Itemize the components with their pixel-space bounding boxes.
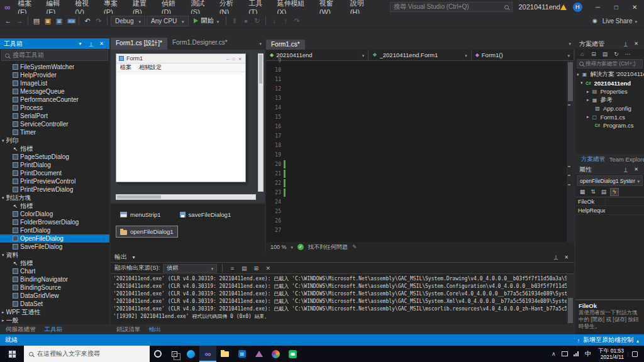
zoom-level[interactable]: 100 % — [270, 244, 287, 250]
chevron-down-icon[interactable] — [256, 41, 265, 47]
save-icon[interactable] — [54, 16, 64, 26]
home-icon[interactable]: ⌂ — [578, 51, 587, 57]
toolbox-item[interactable]: PrintPreviewControl — [0, 177, 109, 185]
display-icon[interactable] — [559, 351, 570, 356]
scrollbar-thumb[interactable] — [568, 62, 573, 101]
line-icon[interactable] — [284, 346, 301, 362]
redo-icon[interactable] — [94, 16, 104, 26]
maximize-button[interactable]: □ — [607, 0, 625, 14]
alphabetical-icon[interactable]: ⇅ — [589, 188, 597, 196]
toolbox-item[interactable]: ▾ 列印 — [0, 136, 109, 145]
output-source-dropdown[interactable]: 偵錯 — [163, 264, 217, 273]
tool-window-tab[interactable]: 伺服器總管 — [2, 325, 40, 334]
toolbox-item[interactable]: Process — [0, 104, 109, 112]
output-log[interactable]: '20210411end.exe' (CLR v4.0.30319: 20210… — [111, 274, 567, 324]
toolbox-item[interactable]: ▾ 資料 — [0, 251, 109, 259]
toolbox-item[interactable]: 指標 — [0, 202, 109, 210]
task-view-button[interactable] — [166, 346, 182, 362]
photos-icon[interactable] — [267, 346, 284, 362]
menu-item[interactable]: 分析(N) — [216, 0, 245, 16]
toolbox-item[interactable]: ServiceController — [0, 120, 109, 128]
close-icon[interactable] — [562, 255, 570, 260]
toolbox-item[interactable]: PrintDialog — [0, 161, 109, 169]
toolbox-item[interactable]: FileSystemWatcher — [0, 63, 109, 71]
collapse-all-icon[interactable]: ⊟ — [589, 51, 598, 57]
toolbox-item[interactable]: FolderBrowserDialog — [0, 218, 109, 226]
toolbox-item[interactable]: PrintPreviewDialog — [0, 185, 109, 194]
source-control-button[interactable]: 新增至原始檔控制 — [577, 336, 639, 344]
toolbox-item[interactable]: DataSet — [0, 300, 109, 308]
show-all-files-icon[interactable]: ▤ — [601, 51, 609, 57]
account-avatar[interactable]: H — [573, 3, 582, 12]
taskbar-clock[interactable]: 下午 01:53 2021/4/11 — [594, 348, 628, 360]
pin-icon[interactable] — [621, 167, 630, 173]
ime-indicator[interactable]: 中 — [582, 349, 594, 358]
scrollbar-thumb[interactable] — [117, 195, 161, 199]
open-file-icon[interactable] — [43, 16, 53, 26]
tool-window-tab[interactable]: 工具箱 — [41, 325, 67, 334]
close-icon[interactable] — [632, 167, 640, 172]
editor-vertical-scrollbar[interactable] — [567, 61, 574, 242]
close-icon[interactable] — [97, 41, 106, 47]
pause-icon[interactable] — [230, 16, 240, 26]
toolbox-item[interactable]: Timer — [0, 128, 109, 136]
toolbox-item[interactable]: ImageList — [0, 79, 109, 87]
edit-mode-icon[interactable] — [352, 244, 357, 250]
toolbox-item[interactable]: 指標 — [0, 145, 109, 153]
toolbox-item[interactable]: 指標 — [0, 259, 109, 267]
properties-header[interactable]: 屬性 — [575, 164, 644, 175]
stop-icon[interactable] — [241, 16, 251, 26]
toolbox-header[interactable]: 工具箱 — [0, 38, 109, 49]
document-tab[interactable]: Form1.cs [設計]* — [111, 38, 167, 50]
store-icon[interactable] — [233, 346, 250, 362]
tree-node[interactable]: ▾ 解決方案 '20210411end' (1 個專案) — [575, 70, 644, 79]
configuration-dropdown[interactable]: Debug — [111, 16, 145, 26]
tray-component[interactable]: menuStrip1 — [116, 209, 165, 221]
scrollbar-thumb[interactable] — [259, 55, 262, 84]
toolbox-item[interactable]: DataGridView — [0, 292, 109, 300]
navigate-forward-icon[interactable] — [14, 16, 25, 26]
solution-search-input[interactable]: 搜尋方案總管 (Ctrl+;) — [577, 59, 643, 69]
start-button[interactable] — [0, 346, 24, 362]
property-row[interactable]: FileOk — [575, 197, 644, 206]
tool-window-tab[interactable]: 錯誤清單 — [113, 325, 144, 334]
categorized-icon[interactable]: ▦ — [578, 188, 587, 196]
menu-item[interactable]: 偵錯(D) — [158, 0, 187, 16]
close-messages-icon[interactable]: ✕ — [264, 265, 272, 272]
menu-item[interactable]: 延伸模組(X) — [274, 0, 316, 16]
designed-form-client[interactable] — [116, 72, 245, 182]
designed-form[interactable]: Form1 ─ □ ✕ 檔案相關設定 — [116, 53, 246, 182]
restart-icon[interactable] — [252, 16, 262, 26]
tree-node[interactable]: ▾ 20210411end — [575, 79, 644, 88]
menu-item[interactable]: 檢視(V) — [72, 0, 101, 16]
menu-item[interactable]: 測試(S) — [187, 0, 216, 16]
visual-studio-icon[interactable] — [199, 346, 216, 362]
toolbox-item[interactable]: PerformanceCounter — [0, 96, 109, 104]
start-debug-button[interactable]: 開始 — [190, 16, 223, 26]
toolbox-item[interactable]: ▸ WPF 互通性 — [0, 308, 109, 316]
chevron-down-icon[interactable] — [76, 41, 84, 47]
step-into-icon[interactable] — [269, 16, 279, 26]
undo-icon[interactable] — [82, 16, 92, 26]
file-explorer-icon[interactable] — [216, 346, 233, 362]
toolbox-item[interactable]: PrintDocument — [0, 169, 109, 177]
find-icon[interactable]: ≡ — [228, 265, 236, 272]
more-options-icon[interactable]: ⋯ — [623, 51, 632, 57]
menu-item[interactable]: 檔案(F) — [14, 0, 43, 16]
properties-view-icon[interactable]: ▤ — [599, 188, 608, 196]
toolbox-search-input[interactable]: 搜尋工具箱 — [1, 50, 108, 61]
network-icon[interactable] — [570, 351, 582, 356]
designed-menu-item[interactable]: 相關設定 — [135, 63, 165, 72]
tree-node[interactable]: ▸ 參考 — [575, 96, 644, 105]
property-value[interactable] — [606, 197, 644, 206]
menu-item[interactable]: 工具(T) — [245, 0, 274, 16]
solution-explorer-header[interactable]: 方案總管 — [575, 38, 644, 49]
installer-icon[interactable] — [250, 346, 267, 362]
new-project-icon[interactable] — [31, 16, 42, 26]
menu-item[interactable]: 視窗(W) — [316, 0, 347, 16]
output-header[interactable]: 輸出 — [111, 252, 574, 262]
tool-window-tab[interactable]: 輸出 — [145, 325, 165, 334]
tray-component[interactable]: openFileDialog1 — [116, 226, 178, 238]
tree-node[interactable]: ▸ Form1.cs — [575, 113, 644, 122]
toolbox-item[interactable]: PageSetupDialog — [0, 153, 109, 161]
